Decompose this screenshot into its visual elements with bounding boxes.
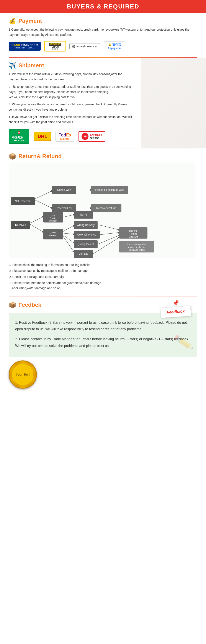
pencil-decoration: ✏️: [172, 327, 195, 358]
note-1: ① Please check the tracking in formation…: [9, 262, 197, 268]
svg-text:Quality: Quality: [50, 232, 56, 234]
pin-icon: 📌: [160, 300, 191, 306]
western-union-logo: WESTERN UNION ||||||||||: [44, 41, 66, 52]
svg-text:Quality: Quality: [50, 217, 56, 220]
return-icon: 📦: [9, 153, 16, 160]
gold-seal-area: Your Text: [9, 360, 197, 389]
shipment-heading: Shipment: [18, 62, 44, 69]
svg-text:Not fit: Not fit: [80, 213, 87, 216]
svg-text:Color Difference: Color Difference: [77, 233, 96, 236]
shipment-bg-decoration: [141, 58, 206, 148]
dhl-text: DHL: [37, 134, 47, 139]
flow-diagram: Not Received On the Way Please be patien…: [9, 162, 197, 259]
svg-text:Received/Lost: Received/Lost: [56, 207, 72, 210]
feedback-para-1: 1. Positive Feedback (5 Stars) is very i…: [15, 320, 191, 333]
alipay-logo: 🔒 支付宝 Alipay.com: [104, 41, 125, 51]
gold-seal: Your Text: [9, 360, 37, 389]
payment-icon: 💰: [9, 18, 16, 24]
svg-text:If you have any else: If you have any else: [127, 243, 146, 246]
shipment-para-4: 4. If you have not got it within the shi…: [9, 114, 134, 125]
svg-text:Not Received: Not Received: [15, 200, 31, 203]
note-3: ③ Check the package and Item, carefully.: [9, 274, 197, 280]
svg-text:Wrong Delivery: Wrong Delivery: [77, 224, 95, 226]
note-4: ④ Please Note: Men made defects are not …: [9, 280, 197, 291]
svg-text:could also tell us: could also tell us: [129, 249, 145, 251]
svg-text:Problem: Problem: [49, 220, 57, 222]
feedback-card: Feedback: [160, 306, 191, 318]
flow-svg: Not Received On the Way Please be patien…: [9, 162, 195, 258]
svg-text:On the Way: On the Way: [57, 188, 71, 192]
shipment-para-3: 3. When you receive the items you ordere…: [9, 102, 134, 112]
feedback-content-wrapper: 📌 Feedback 1. Positive Feedback (5 Stars…: [9, 313, 197, 357]
payment-title-row: 💰 Payment: [9, 18, 197, 24]
notes-list: ① Please check the tracking in formation…: [9, 262, 197, 291]
shipment-para-1: 1. We will sent the items within 2-5days…: [9, 72, 134, 82]
fedex-logo: FedEx Express: [56, 131, 74, 142]
feedback-content-box: 1. Positive Feedback (5 Stars) is very i…: [9, 313, 197, 357]
svg-text:Quality Defect: Quality Defect: [77, 243, 94, 246]
page-title: BUYERS & REQUIRED: [0, 3, 206, 10]
svg-rect-26: [43, 229, 63, 240]
note-2: ② Please contact us by meesage, e-mail, …: [9, 268, 197, 274]
feedback-para-2: 2. Please contact us by Trade Manager or…: [15, 336, 191, 349]
payment-logos-row: BANK TRANSFER INTERNATIONAL WESTERN UNIO…: [9, 41, 197, 52]
moneybookers-logo: ((( moneybookers ))): [69, 43, 100, 49]
seal-text: Your Text: [16, 372, 30, 376]
china-post-logo: 📮 中国邮政 CHINA POST: [9, 129, 29, 144]
sf-express-logo: SF EXPRESS 顺丰速运: [79, 131, 105, 142]
bank-transfer-logo: BANK TRANSFER INTERNATIONAL: [9, 42, 41, 50]
seal-inner: Your Text: [12, 364, 33, 385]
page-header: BUYERS & REQUIRED: [0, 0, 206, 13]
svg-text:Refund: Refund: [129, 232, 137, 235]
shipment-para-2: 2.The shipment by China Post Registered …: [9, 84, 134, 100]
feedback-badge-text: Feedback: [167, 309, 185, 314]
svg-text:Received: Received: [15, 224, 26, 226]
feedback-badge-area: 📌 Feedback: [160, 300, 191, 317]
svg-text:Damage: Damage: [79, 252, 89, 255]
feedback-section: 📦 Feedbck 📌 Feedback 1. Positive Feedbac…: [0, 297, 206, 393]
svg-text:Problem: Problem: [49, 234, 57, 237]
svg-text:Not: Not: [51, 214, 55, 217]
shipment-icon: ✈️: [9, 62, 16, 69]
feedback-heading: Feedbck: [18, 302, 41, 308]
dhl-logo: DHL: [34, 132, 51, 141]
svg-text:Discount: Discount: [129, 236, 138, 238]
svg-text:Resend: Resend: [129, 230, 137, 232]
return-heading: Return& Refund: [18, 153, 62, 160]
feedback-icon: 📦: [9, 301, 16, 308]
svg-text:Please be patient to wait: Please be patient to wait: [96, 188, 124, 192]
shipment-section: ✈️ Shipment 1. We will sent the items wi…: [0, 58, 206, 148]
payment-text: 1.Generally, we accept the following pay…: [9, 27, 197, 38]
return-refund-section: 📦 Return& Refund Not Received On the Way…: [0, 148, 206, 296]
svg-text:requirements you: requirements you: [128, 246, 145, 248]
return-title-row: 📦 Return& Refund: [9, 153, 197, 160]
svg-text:Received/Refund: Received/Refund: [96, 207, 116, 210]
payment-heading: Payment: [18, 18, 42, 24]
payment-section: 💰 Payment 1.Generally, we accept the fol…: [0, 13, 206, 57]
